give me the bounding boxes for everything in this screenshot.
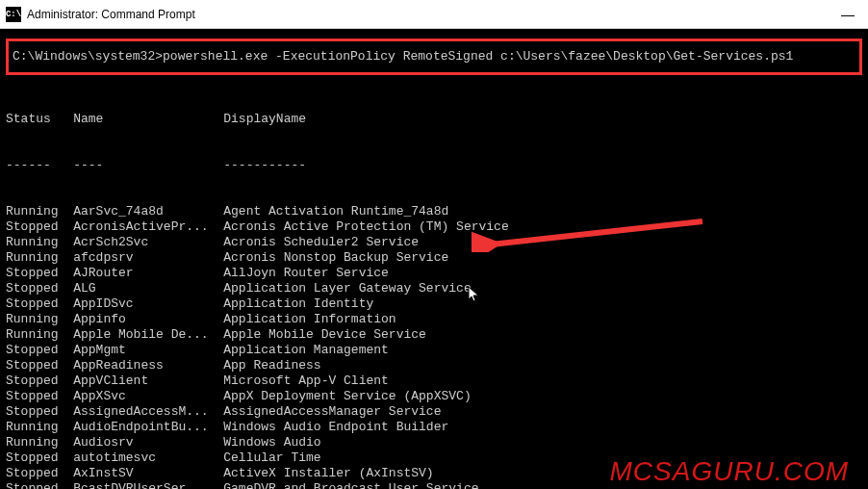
services-table: Status Name DisplayName ------ ---- ----… — [6, 81, 862, 489]
table-row: Stopped autotimesvc Cellular Time — [6, 450, 862, 466]
table-row: Stopped AppReadiness App Readiness — [6, 358, 862, 373]
table-header: Status Name DisplayName — [6, 112, 862, 127]
command-highlight-box: C:\Windows\system32>powershell.exe -Exec… — [6, 39, 862, 75]
table-row: Running Audiosrv Windows Audio — [6, 435, 862, 450]
table-row: Stopped AssignedAccessM... AssignedAcces… — [6, 404, 862, 420]
window-controls: — — [841, 7, 862, 22]
table-row: Running AarSvc_74a8d Agent Activation Ru… — [6, 204, 862, 219]
table-rows: Running AarSvc_74a8d Agent Activation Ru… — [6, 204, 862, 489]
command-line: C:\Windows\system32>powershell.exe -Exec… — [13, 49, 793, 64]
table-row: Running afcdpsrv Acronis Nonstop Backup … — [6, 250, 862, 266]
table-row: Running AudioEndpointBu... Windows Audio… — [6, 420, 862, 435]
table-row: Running Appinfo Application Information — [6, 312, 862, 327]
table-row: Stopped AcronisActivePr... Acronis Activ… — [6, 219, 862, 235]
table-row: Stopped AJRouter AllJoyn Router Service — [6, 266, 862, 281]
cmd-icon: C:\ — [6, 7, 21, 22]
table-separator: ------ ---- ----------- — [6, 158, 862, 173]
command-text: powershell.exe -ExecutionPolicy RemoteSi… — [163, 49, 793, 64]
table-row: Stopped AppIDSvc Application Identity — [6, 296, 862, 312]
table-row: Stopped AppMgmt Application Management — [6, 343, 862, 358]
table-row: Running Apple Mobile De... Apple Mobile … — [6, 327, 862, 343]
table-row: Stopped ALG Application Layer Gateway Se… — [6, 281, 862, 296]
minimize-button[interactable]: — — [841, 7, 855, 22]
terminal-body[interactable]: C:\Windows\system32>powershell.exe -Exec… — [0, 29, 868, 489]
prompt: C:\Windows\system32> — [13, 49, 163, 64]
window-title: Administrator: Command Prompt — [27, 8, 841, 21]
title-bar: C:\ Administrator: Command Prompt — — [0, 0, 868, 29]
table-row: Stopped AppXSvc AppX Deployment Service … — [6, 389, 862, 404]
table-row: Running AcrSch2Svc Acronis Scheduler2 Se… — [6, 235, 862, 250]
table-row: Stopped BcastDVRUserSer... GameDVR and B… — [6, 481, 862, 489]
table-row: Stopped AxInstSV ActiveX Installer (AxIn… — [6, 466, 862, 481]
table-row: Stopped AppVClient Microsoft App-V Clien… — [6, 373, 862, 389]
